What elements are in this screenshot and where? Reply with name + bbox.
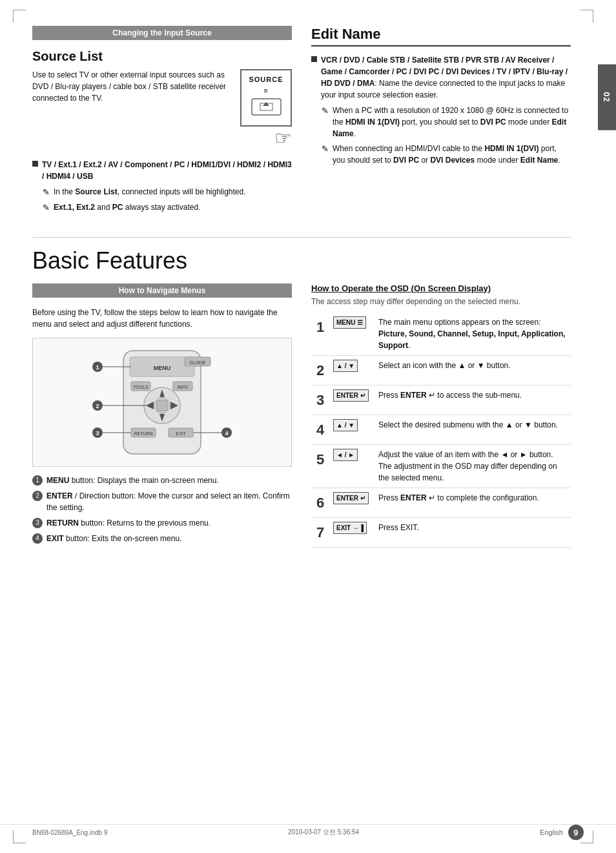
source-icon-box: SOURCE ≡ ☞	[240, 69, 292, 152]
svg-text:2: 2	[96, 403, 99, 409]
basic-features-title: Basic Features	[32, 247, 571, 274]
nav-item-1-text: MENU button: Displays the main on-screen…	[46, 475, 219, 486]
osd-btn-1: MENU ☰	[329, 313, 375, 356]
footer-file-info: BN68-02689A_Eng.indb 9	[32, 829, 107, 836]
bullet-square-2	[311, 56, 317, 62]
osd-step-7: 7	[311, 517, 329, 547]
nav-num-3: 3	[32, 518, 43, 528]
source-note-text-1: In the Source List, connected inputs wil…	[54, 186, 246, 198]
osd-step-5: 5	[311, 444, 329, 488]
nav-item-2-text: ENTER / Direction button: Move the curso…	[46, 490, 292, 513]
svg-text:TOOLS: TOOLS	[133, 385, 149, 389]
source-list-description: Use to select TV or other external input…	[32, 69, 234, 104]
osd-row-2: 2 ▲ / ▼ Select an icon with the ▲ or ▼ b…	[311, 355, 571, 385]
osd-row-5: 5 ◄ / ► Adjust the value of an item with…	[311, 444, 571, 488]
edit-name-bullet-text: VCR / DVD / Cable STB / Satellite STB / …	[321, 54, 571, 101]
section-header-input: Changing the Input Source	[32, 26, 292, 40]
svg-text:GUIDE: GUIDE	[189, 360, 205, 365]
chapter-tab: 02 Connections	[598, 65, 616, 130]
svg-marker-2	[263, 102, 269, 106]
numbered-items-list: 1 MENU button: Displays the main on-scre…	[32, 475, 292, 544]
osd-btn-4: ▲ / ▼	[329, 415, 375, 444]
osd-btn-6: ENTER ↵	[329, 488, 375, 517]
note-pencil-icon: ✎	[43, 186, 50, 199]
nav-description: Before using the TV, follow the steps be…	[32, 307, 292, 330]
nav-item-3: 3 RETURN button: Returns to the previous…	[32, 517, 292, 529]
osd-row-4: 4 ▲ / ▼ Select the desired submenu with …	[311, 415, 571, 444]
source-label: SOURCE ≡	[249, 76, 283, 94]
osd-table: 1 MENU ☰ The main menu options appears o…	[311, 313, 571, 548]
osd-desc-5: Adjust the value of an item with the ◄ o…	[375, 444, 571, 488]
edit-name-bullet: VCR / DVD / Cable STB / Satellite STB / …	[311, 54, 571, 101]
nav-section-header: How to Navigate Menus	[32, 283, 292, 298]
remote-svg: MENU GUIDE TOOLS INFO	[78, 344, 246, 460]
hand-icon: ☞	[240, 123, 292, 152]
osd-btn-3: ENTER ↵	[329, 385, 375, 415]
chapter-number: 02	[602, 92, 611, 103]
nav-num-2: 2	[32, 491, 43, 501]
bullet-square	[32, 161, 38, 167]
svg-text:1: 1	[96, 364, 99, 371]
osd-desc-3: Press ENTER ↵ to access the sub-menu.	[375, 385, 571, 415]
remote-control-diagram: MENU GUIDE TOOLS INFO	[32, 338, 292, 467]
note-pencil-icon-4: ✎	[322, 143, 329, 156]
source-bullet-text: TV / Ext.1 / Ext.2 / AV / Component / PC…	[42, 159, 292, 182]
page-number: 9	[568, 825, 584, 840]
footer-language: English	[540, 828, 563, 836]
edit-name-title: Edit Name	[311, 26, 571, 46]
svg-text:RETURN: RETURN	[134, 431, 152, 436]
edit-note-text-1: When a PC with a resolution of 1920 x 10…	[333, 105, 571, 139]
corner-mark-tl	[13, 10, 26, 23]
footer-date-info: 2010-03-07 오전 5:36:54	[288, 828, 359, 837]
nav-num-4: 4	[32, 533, 43, 544]
svg-rect-18	[157, 400, 167, 411]
osd-step-2: 2	[311, 355, 329, 385]
osd-section: How to Operate the OSD (On Screen Displa…	[311, 283, 571, 548]
osd-btn-2: ▲ / ▼	[329, 355, 375, 385]
osd-step-3: 3	[311, 385, 329, 415]
nav-num-1: 1	[32, 475, 43, 486]
osd-step-6: 6	[311, 488, 329, 517]
osd-row-6: 6 ENTER ↵ Press ENTER ↵ to complete the …	[311, 488, 571, 517]
osd-step-4: 4	[311, 415, 329, 444]
osd-btn-5: ◄ / ►	[329, 444, 375, 488]
edit-note-text-2: When connecting an HDMI/DVI cable to the…	[333, 143, 571, 166]
nav-item-1: 1 MENU button: Displays the main on-scre…	[32, 475, 292, 486]
source-note-2: ✎ Ext.1, Ext.2 and PC always stay activa…	[43, 201, 292, 214]
osd-desc-1: The main menu options appears on the scr…	[375, 313, 571, 356]
osd-row-1: 1 MENU ☰ The main menu options appears o…	[311, 313, 571, 356]
source-list-title: Source List	[32, 49, 292, 64]
note-pencil-icon-3: ✎	[322, 105, 329, 118]
corner-mark-tr	[580, 10, 593, 23]
osd-row-7: 7 EXIT →▐ Press EXIT.	[311, 517, 571, 547]
osd-btn-7: EXIT →▐	[329, 517, 375, 547]
svg-text:4: 4	[225, 430, 228, 437]
osd-row-3: 3 ENTER ↵ Press ENTER ↵ to access the su…	[311, 385, 571, 415]
osd-desc-6: Press ENTER ↵ to complete the configurat…	[375, 488, 571, 517]
note-pencil-icon-2: ✎	[43, 201, 50, 214]
osd-desc-4: Select the desired submenu with the ▲ or…	[375, 415, 571, 444]
nav-item-3-text: RETURN button: Returns to the previous m…	[46, 517, 210, 529]
svg-rect-0	[252, 99, 281, 115]
footer-right: English 9	[540, 825, 584, 840]
osd-step-1: 1	[311, 313, 329, 356]
source-bullet-item: TV / Ext.1 / Ext.2 / AV / Component / PC…	[32, 159, 292, 182]
osd-title: How to Operate the OSD (On Screen Displa…	[311, 283, 571, 293]
source-image	[249, 96, 284, 118]
osd-subtitle: The access step may differ depending on …	[311, 297, 571, 306]
source-note-text-2: Ext.1, Ext.2 and PC always stay activate…	[54, 201, 200, 213]
source-note-1: ✎ In the Source List, connected inputs w…	[43, 186, 292, 199]
nav-item-4: 4 EXIT button: Exits the on-screen menu.	[32, 533, 292, 544]
svg-text:INFO: INFO	[178, 385, 189, 389]
nav-item-4-text: EXIT button: Exits the on-screen menu.	[46, 533, 181, 544]
osd-desc-2: Select an icon with the ▲ or ▼ button.	[375, 355, 571, 385]
page-footer: BN68-02689A_Eng.indb 9 2010-03-07 오전 5:3…	[0, 824, 616, 840]
svg-text:EXIT: EXIT	[176, 431, 186, 436]
edit-note-1: ✎ When a PC with a resolution of 1920 x …	[322, 105, 571, 139]
osd-desc-7: Press EXIT.	[375, 517, 571, 547]
nav-item-2: 2 ENTER / Direction button: Move the cur…	[32, 490, 292, 513]
svg-text:3: 3	[96, 430, 99, 437]
edit-note-2: ✎ When connecting an HDMI/DVI cable to t…	[322, 143, 571, 166]
svg-text:MENU: MENU	[154, 365, 171, 371]
basic-features-section: Basic Features How to Navigate Menus Bef…	[32, 237, 571, 548]
